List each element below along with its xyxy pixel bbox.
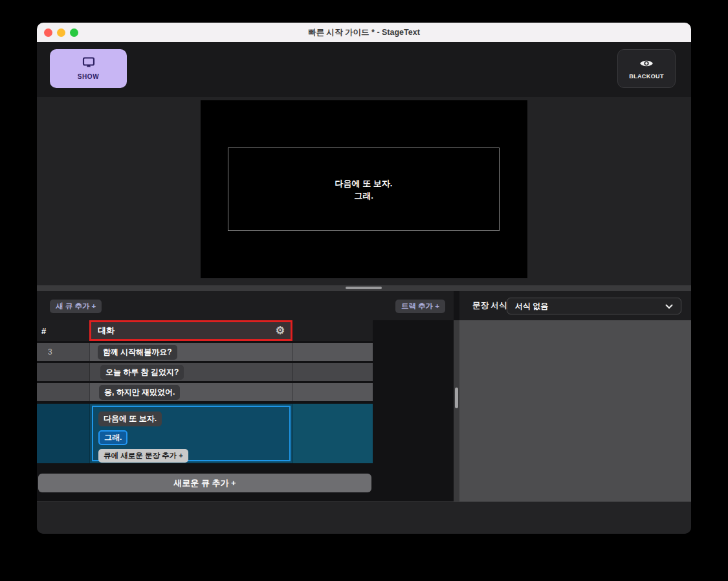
format-panel-header: 문장 서식: 서식 없음 xyxy=(459,291,691,320)
cue-cell-empty[interactable] xyxy=(292,404,373,463)
output-preview: 다음에 또 보자. 그래. xyxy=(201,100,527,278)
blackout-button-label: BLACKOUT xyxy=(629,73,664,80)
caption-area: 다음에 또 보자. 그래. xyxy=(228,148,500,231)
scrollbar-track[interactable] xyxy=(454,320,459,501)
number-column-header: # xyxy=(37,320,89,341)
cue-cell-empty[interactable] xyxy=(292,363,373,381)
empty-column-header xyxy=(292,320,373,341)
sentence-chip[interactable]: 응, 하지만 재밌었어. xyxy=(99,385,180,400)
cue-cell[interactable]: 응, 하지만 재밌었어. xyxy=(89,383,292,401)
eye-icon xyxy=(639,58,654,71)
bottom-bar xyxy=(37,501,691,534)
cue-number xyxy=(37,404,89,463)
add-track-button[interactable]: 트랙 추가 + xyxy=(395,300,445,313)
format-panel-body xyxy=(459,320,691,501)
chevron-down-icon xyxy=(665,300,673,312)
track-header-label: 대화 xyxy=(98,325,115,336)
cue-list-panel: 새 큐 추가 + 트랙 추가 + # 대화 ⚙ 3 함께 시작 xyxy=(37,291,454,501)
cue-list-scrollbar xyxy=(454,291,459,501)
format-panel: 문장 서식: 서식 없음 xyxy=(459,291,691,501)
splitter-handle[interactable] xyxy=(346,287,382,289)
show-button-label: SHOW xyxy=(78,73,100,80)
cue-number: 3 xyxy=(37,343,89,361)
format-dropdown-value: 서식 없음 xyxy=(515,301,665,312)
cue-row-selected[interactable]: 다음에 또 보자. 그래. 큐에 새로운 문장 추가 + xyxy=(37,404,373,463)
add-sentence-button[interactable]: 큐에 새로운 문장 추가 + xyxy=(98,449,188,463)
close-button[interactable] xyxy=(44,28,52,37)
selected-cue-box: 다음에 또 보자. 그래. 큐에 새로운 문장 추가 + xyxy=(92,406,291,461)
cue-cell[interactable]: 오늘 하루 참 길었지? xyxy=(89,363,292,381)
cue-cell-empty[interactable] xyxy=(292,343,373,361)
titlebar: 빠른 시작 가이드 * - StageText xyxy=(37,23,691,42)
sentence-chip-active[interactable]: 그래. xyxy=(98,430,127,445)
blackout-button[interactable]: BLACKOUT xyxy=(617,49,676,88)
sentence-chip[interactable]: 함께 시작해볼까요? xyxy=(98,345,177,360)
app-window: 빠른 시작 가이드 * - StageText SHOW BLACKOUT xyxy=(37,23,691,534)
splitter xyxy=(37,285,691,291)
sentence-chip[interactable]: 오늘 하루 참 길었지? xyxy=(100,365,184,380)
monitor-icon xyxy=(82,57,96,71)
cue-number xyxy=(37,363,89,381)
traffic-lights xyxy=(44,23,78,42)
minimize-button[interactable] xyxy=(57,28,65,37)
caption-line: 다음에 또 보자. xyxy=(335,177,393,190)
cue-row[interactable]: 응, 하지만 재밌었어. xyxy=(37,383,45,401)
cue-table-header: # 대화 ⚙ xyxy=(37,320,373,341)
add-cue-button[interactable]: 새 큐 추가 + xyxy=(50,300,102,313)
lower-section: 새 큐 추가 + 트랙 추가 + # 대화 ⚙ 3 함께 시작 xyxy=(37,291,691,501)
zoom-button[interactable] xyxy=(70,28,78,37)
caption-line: 그래. xyxy=(354,190,373,202)
new-cue-button[interactable]: 새로운 큐 추가 + xyxy=(38,474,371,492)
gear-icon[interactable]: ⚙ xyxy=(276,325,285,336)
format-label: 문장 서식: xyxy=(472,291,510,320)
cue-number xyxy=(37,383,89,401)
cue-cell[interactable]: 함께 시작해볼까요? xyxy=(89,343,292,361)
toolbar: SHOW BLACKOUT xyxy=(37,42,691,97)
preview-section: 다음에 또 보자. 그래. xyxy=(37,97,691,285)
cue-row[interactable]: 3 함께 시작해볼까요? xyxy=(37,343,45,361)
window-title: 빠른 시작 가이드 * - StageText xyxy=(37,27,691,38)
sentence-chip[interactable]: 다음에 또 보자. xyxy=(98,411,162,426)
show-button[interactable]: SHOW xyxy=(50,49,127,88)
track-header-selected[interactable]: 대화 ⚙ xyxy=(89,320,292,341)
scrollbar-thumb[interactable] xyxy=(455,388,458,408)
cue-cell-empty[interactable] xyxy=(292,383,373,401)
format-dropdown[interactable]: 서식 없음 xyxy=(507,298,681,314)
cue-cell-selected[interactable]: 다음에 또 보자. 그래. 큐에 새로운 문장 추가 + xyxy=(89,404,292,463)
cue-row[interactable]: 오늘 하루 참 길었지? xyxy=(37,363,373,381)
cue-list-toolbar: 새 큐 추가 + 트랙 추가 + xyxy=(37,291,454,320)
cue-table: # 대화 ⚙ 3 함께 시작해볼까요? xyxy=(37,320,373,463)
